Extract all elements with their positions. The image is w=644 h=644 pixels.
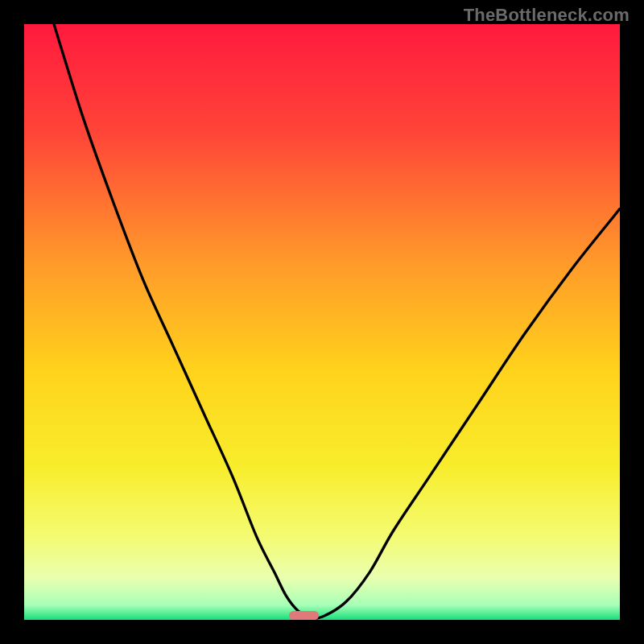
chart-frame: TheBottleneck.com <box>0 0 644 644</box>
optimum-marker <box>289 611 319 620</box>
watermark-text: TheBottleneck.com <box>464 5 630 26</box>
plot-area <box>24 24 620 620</box>
bottleneck-curve <box>24 24 620 620</box>
